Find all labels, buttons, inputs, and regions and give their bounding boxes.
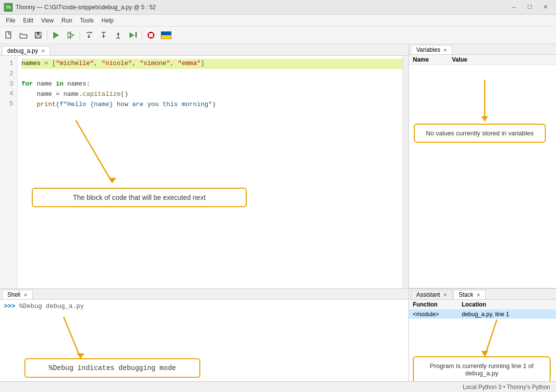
stack-content: <module> debug_a.py, line 1 Program is c… <box>409 310 556 381</box>
stack-tab[interactable]: Stack ✕ <box>453 290 486 299</box>
toolbar <box>0 26 556 44</box>
menu-run[interactable]: Run <box>58 16 76 25</box>
menu-bar: File Edit View Run Tools Help <box>0 15 556 26</box>
resume-button[interactable] <box>126 28 140 42</box>
variables-arrow-svg <box>409 65 556 309</box>
shell-pane: Shell ✕ >>> %Debug debug_a.py %Debug ind… <box>0 288 408 381</box>
variables-header: Name Value <box>409 55 556 65</box>
ukraine-flag <box>161 31 171 39</box>
stack-annotation-text: Program is currently running line 1 of d… <box>430 362 534 377</box>
new-button[interactable] <box>2 28 16 42</box>
shell-tab-label: Shell <box>7 291 21 298</box>
editor-tab-bar: debug_a.py ✕ <box>0 44 408 56</box>
toolbar-sep-2 <box>80 30 80 40</box>
save-button[interactable] <box>31 28 45 42</box>
stack-col-function: Function <box>413 301 462 308</box>
editor-tab-close-icon[interactable]: ✕ <box>41 48 45 54</box>
svg-marker-20 <box>481 116 488 121</box>
menu-view[interactable]: View <box>37 16 58 25</box>
stack-location-cell: debug_a.py, line 1 <box>462 311 552 318</box>
run-button[interactable] <box>49 28 63 42</box>
variables-tab[interactable]: Variables ✕ <box>411 45 452 54</box>
title-text: Thonny — C:\GIT\code-snippets\debug_a.py… <box>16 4 156 11</box>
shell-command: %Debug debug_a.py <box>19 303 84 310</box>
variables-tab-close[interactable]: ✕ <box>443 47 447 53</box>
shell-arrow-svg <box>0 300 342 392</box>
step-out-button[interactable] <box>111 28 125 42</box>
stack-function-cell: <module> <box>413 311 462 318</box>
editor-tab-label: debug_a.py <box>7 47 38 54</box>
stack-pane: Assistant ✕ Stack ✕ Function Location <m… <box>409 288 556 381</box>
status-bar: Local Python 3 • Thonny's Python <box>0 381 556 392</box>
variables-content: No values currently stored in variables <box>409 65 556 288</box>
stack-header: Function Location <box>409 300 556 310</box>
stack-tab-label: Stack <box>459 291 473 298</box>
stop-button[interactable] <box>144 28 158 42</box>
code-line-1: names = ["michelle", "nicole", "simone",… <box>21 59 405 69</box>
assistant-tab-close[interactable]: ✕ <box>443 292 447 298</box>
step-over-button[interactable] <box>82 28 96 42</box>
code-line-4: name = name.capitalize() <box>21 89 405 100</box>
svg-marker-22 <box>481 351 489 356</box>
variables-tab-bar: Variables ✕ <box>409 44 556 55</box>
stack-tab-close[interactable]: ✕ <box>476 292 480 298</box>
menu-tools[interactable]: Tools <box>76 16 98 25</box>
debug-button[interactable] <box>64 28 78 42</box>
shell-annotation-box: %Debug indicates debugging mode <box>24 358 200 378</box>
line-numbers: 1 2 3 4 5 <box>0 56 18 288</box>
maximize-button[interactable]: ☐ <box>523 2 536 12</box>
svg-rect-0 <box>6 32 11 38</box>
stack-col-location: Location <box>462 301 552 308</box>
code-annotation-text: The block of code that will be executed … <box>73 194 206 201</box>
svg-marker-13 <box>117 32 120 35</box>
code-line-2 <box>21 69 405 79</box>
variables-annotation-text: No values currently stored in variables <box>426 130 534 137</box>
close-button[interactable]: ✕ <box>538 2 552 12</box>
variables-annotation-box: No values currently stored in variables <box>414 124 546 143</box>
variables-col-name: Name <box>413 56 452 63</box>
variables-col-value: Value <box>452 56 552 63</box>
code-container: 1 2 3 4 5 names = ["michelle", "nicole",… <box>0 56 408 288</box>
menu-edit[interactable]: Edit <box>19 16 37 25</box>
menu-help[interactable]: Help <box>98 16 118 25</box>
shell-annotation-text: %Debug indicates debugging mode <box>49 364 176 372</box>
code-lines[interactable]: names = ["michelle", "nicole", "simone",… <box>18 56 408 288</box>
stack-annotation-box: Program is currently running line 1 of d… <box>413 356 551 381</box>
code-annotation-box: The block of code that will be executed … <box>32 188 247 207</box>
shell-tab-close-icon[interactable]: ✕ <box>23 292 27 298</box>
editor-area[interactable]: 1 2 3 4 5 names = ["michelle", "nicole",… <box>0 56 408 288</box>
menu-file[interactable]: File <box>2 16 19 25</box>
title-bar: Tk Thonny — C:\GIT\code-snippets\debug_a… <box>0 0 556 15</box>
svg-marker-18 <box>77 353 85 358</box>
editor-scrollbar[interactable] <box>403 56 408 288</box>
stack-row: <module> debug_a.py, line 1 <box>409 310 556 319</box>
shell-content[interactable]: >>> %Debug debug_a.py %Debug indicates d… <box>0 300 408 381</box>
toolbar-sep-3 <box>142 30 142 40</box>
right-panel: Variables ✕ Name Value No values curren <box>408 44 556 381</box>
title-bar-left: Tk Thonny — C:\GIT\code-snippets\debug_a… <box>4 3 156 12</box>
shell-tab[interactable]: Shell ✕ <box>2 290 33 299</box>
app-icon: Tk <box>4 3 13 12</box>
step-into-button[interactable] <box>97 28 110 42</box>
toolbar-sep-1 <box>47 30 47 40</box>
shell-prompt: >>> <box>4 303 15 310</box>
open-button[interactable] <box>17 28 30 42</box>
svg-line-17 <box>64 317 81 358</box>
code-line-3: for name in names: <box>21 79 405 89</box>
svg-rect-3 <box>36 36 40 38</box>
status-text: Local Python 3 • Thonny's Python <box>463 384 550 391</box>
variables-tab-label: Variables <box>416 46 440 53</box>
stack-tab-bar: Assistant ✕ Stack ✕ <box>409 289 556 300</box>
svg-marker-8 <box>87 36 90 38</box>
assistant-tab[interactable]: Assistant ✕ <box>411 290 452 299</box>
svg-marker-4 <box>68 32 74 38</box>
editor-tab[interactable]: debug_a.py ✕ <box>2 46 50 55</box>
variables-pane: Variables ✕ Name Value No values curren <box>409 44 556 288</box>
assistant-tab-label: Assistant <box>416 291 440 298</box>
code-line-5: print(f"Hello {name} how are you this mo… <box>21 100 405 110</box>
shell-tab-bar: Shell ✕ <box>0 289 408 300</box>
svg-line-21 <box>485 320 497 356</box>
window-controls: ─ ☐ ✕ <box>507 2 552 12</box>
minimize-button[interactable]: ─ <box>507 2 521 12</box>
svg-rect-2 <box>37 32 40 35</box>
